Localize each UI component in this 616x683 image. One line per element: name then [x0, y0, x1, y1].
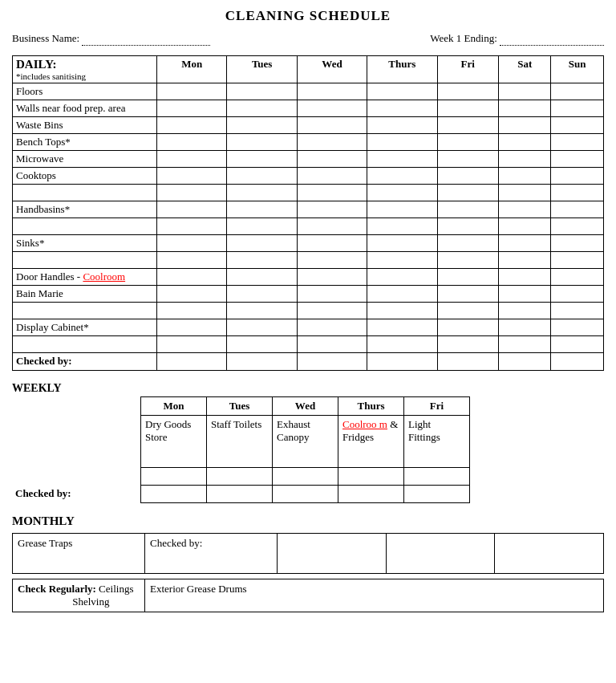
- table-row: Floors: [13, 83, 604, 100]
- day-mon: Mon: [157, 56, 227, 83]
- item-blank1: [13, 185, 157, 201]
- weekly-fri-task: Light Fittings: [404, 416, 470, 468]
- weekly-day-thurs: Thurs: [338, 397, 404, 416]
- item-waste-bins: Waste Bins: [13, 117, 157, 134]
- item-microwave: Microwave: [13, 151, 157, 168]
- business-name-value: [82, 32, 210, 46]
- item-display-cabinet: Display Cabinet*: [13, 319, 157, 336]
- business-info: Business Name: Week 1 Ending:: [12, 32, 604, 46]
- weekly-mon-task: Dry Goods Store: [141, 416, 207, 468]
- weekly-thurs-task: Coolroo m & Fridges: [338, 416, 404, 468]
- table-row: Microwave: [13, 151, 604, 168]
- monthly-table: Grease Traps Checked by:: [12, 533, 604, 574]
- weekly-label: WEEKLY: [12, 377, 604, 396]
- page-title: CLEANING SCHEDULE: [12, 8, 604, 24]
- item-bain-marie: Bain Marie: [13, 286, 157, 303]
- day-fri: Fri: [437, 56, 498, 83]
- weekly-tasks-row: Dry Goods Store Staff Toilets Exhaust Ca…: [141, 416, 470, 468]
- table-row: [13, 252, 604, 269]
- day-wed: Wed: [297, 56, 367, 83]
- item-blank3: [13, 252, 157, 269]
- item-cooktops: Cooktops: [13, 168, 157, 185]
- weekly-table: Mon Tues Wed Thurs Fri Dry Goods Store S…: [140, 396, 470, 486]
- monthly-item: Grease Traps: [13, 534, 145, 574]
- weekly-checked-by-row: [141, 468, 470, 486]
- weekly-checked-row: Checked by:: [12, 486, 604, 503]
- day-thurs: Thurs: [367, 56, 437, 83]
- table-row: Display Cabinet*: [13, 319, 604, 336]
- check-regularly-label: Check Regularly:: [18, 583, 96, 595]
- week-ending-label: Week 1 Ending:: [430, 32, 496, 44]
- weekly-tues-task: Staff Toilets: [207, 416, 273, 468]
- daily-checked-by-label: Checked by:: [13, 353, 157, 371]
- weekly-day-fri: Fri: [404, 397, 470, 416]
- daily-table: DAILY: *includes sanitising Mon Tues Wed…: [12, 55, 604, 371]
- weekly-day-tues: Tues: [207, 397, 273, 416]
- weekly-checked-full: Checked by:: [12, 485, 604, 503]
- daily-label: DAILY:: [16, 58, 153, 71]
- weekly-day-mon: Mon: [141, 397, 207, 416]
- table-row: Cooktops: [13, 168, 604, 185]
- monthly-label: MONTHLY: [12, 510, 604, 530]
- daily-checked-by-row: Checked by:: [13, 353, 604, 371]
- weekly-checked-by-label: [141, 468, 207, 486]
- check-regularly-row: Check Regularly: Ceilings Shelving Exter…: [13, 579, 604, 612]
- item-bench-tops: Bench Tops*: [13, 134, 157, 151]
- item-floors: Floors: [13, 83, 157, 100]
- item-blank4: [13, 303, 157, 319]
- weekly-wed-task: Exhaust Canopy: [273, 416, 338, 468]
- item-walls: Walls near food prep. area: [13, 100, 157, 117]
- item-handbasins: Handbasins*: [13, 201, 157, 218]
- table-row: Bench Tops*: [13, 134, 604, 151]
- table-row: [13, 185, 604, 201]
- check-regularly-label-cell: Check Regularly: Ceilings Shelving: [13, 579, 145, 612]
- item-blank5: [13, 336, 157, 353]
- daily-sublabel: *includes sanitising: [16, 71, 153, 81]
- weekly-checked-label: Checked by:: [12, 486, 140, 503]
- monthly-row: Grease Traps Checked by:: [13, 534, 604, 574]
- table-row: Waste Bins: [13, 117, 604, 134]
- monthly-checked-by: Checked by:: [145, 534, 278, 574]
- table-row: Walls near food prep. area: [13, 100, 604, 117]
- week-ending-value: [500, 32, 604, 46]
- table-row: [13, 336, 604, 353]
- item-blank2: [13, 218, 157, 235]
- day-tues: Tues: [227, 56, 297, 83]
- table-row: [13, 218, 604, 235]
- day-sat: Sat: [498, 56, 551, 83]
- table-row: [13, 303, 604, 319]
- table-row: Sinks*: [13, 235, 604, 252]
- table-row: Handbasins*: [13, 201, 604, 218]
- item-sinks: Sinks*: [13, 235, 157, 252]
- check-regularly-exterior: Exterior Grease Drums: [145, 579, 604, 612]
- day-sun: Sun: [551, 56, 604, 83]
- weekly-day-wed: Wed: [273, 397, 338, 416]
- business-name-label: Business Name:: [12, 32, 79, 44]
- table-row: Door Handles - Coolroom: [13, 269, 604, 286]
- item-door-handles: Door Handles - Coolroom: [13, 269, 157, 286]
- check-regularly-table: Check Regularly: Ceilings Shelving Exter…: [12, 579, 604, 612]
- table-row: Bain Marie: [13, 286, 604, 303]
